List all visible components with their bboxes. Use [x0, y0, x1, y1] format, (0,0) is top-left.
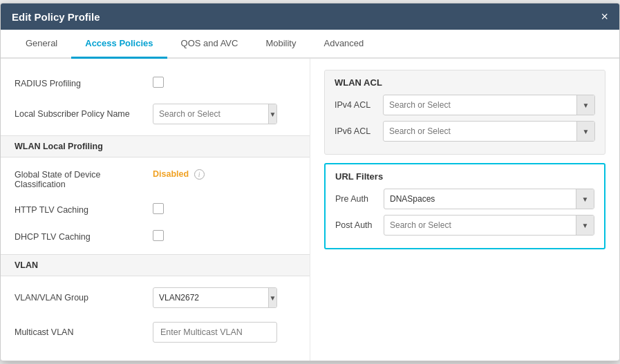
post-auth-label: Post Auth	[335, 220, 384, 230]
pre-auth-label: Pre Auth	[335, 194, 384, 204]
vlan-group-dropdown[interactable]: ▼	[153, 287, 277, 308]
pre-auth-arrow[interactable]: ▼	[576, 189, 594, 209]
wlan-acl-title: WLAN ACL	[335, 77, 595, 88]
local-subscriber-control: ▼	[153, 104, 296, 124]
pre-auth-dropdown[interactable]: ▼	[384, 189, 594, 209]
close-button[interactable]: ×	[601, 10, 608, 23]
modal-header: Edit Policy Profile ×	[1, 3, 619, 30]
pre-auth-row: Pre Auth ▼	[335, 189, 594, 209]
tab-general[interactable]: General	[12, 30, 71, 59]
post-auth-row: Post Auth ▼	[335, 215, 594, 236]
modal-title: Edit Policy Profile	[12, 11, 100, 23]
multicast-vlan-label: Multicast VLAN	[15, 327, 153, 337]
ipv6-acl-input[interactable]	[384, 126, 576, 136]
http-tlv-label: HTTP TLV Caching	[15, 205, 153, 215]
post-auth-dropdown[interactable]: ▼	[384, 215, 594, 236]
ipv6-acl-dropdown[interactable]: ▼	[383, 121, 595, 142]
dhcp-tlv-label: DHCP TLV Caching	[15, 232, 153, 242]
radius-profiling-label: RADIUS Profiling	[15, 79, 153, 88]
post-auth-arrow[interactable]: ▼	[576, 215, 594, 235]
ipv4-acl-dropdown[interactable]: ▼	[383, 95, 595, 115]
tab-qos-avc[interactable]: QOS and AVC	[167, 30, 252, 59]
vlan-group-label: VLAN/VLAN Group	[15, 293, 153, 303]
dhcp-tlv-row: DHCP TLV Caching	[15, 223, 296, 250]
local-subscriber-dropdown[interactable]: ▼	[153, 104, 277, 124]
radius-profiling-control	[153, 77, 296, 90]
vlan-header: VLAN	[1, 254, 310, 276]
ipv6-acl-row: IPv6 ACL ▼	[335, 121, 595, 142]
ipv4-acl-arrow[interactable]: ▼	[576, 95, 594, 115]
info-icon[interactable]: i	[194, 169, 205, 180]
local-subscriber-label: Local Subscriber Policy Name	[15, 109, 153, 119]
dhcp-tlv-checkbox[interactable]	[153, 230, 164, 241]
vlan-group-row: VLAN/VLAN Group ▼	[15, 280, 296, 315]
url-filters-title: URL Filters	[335, 171, 594, 182]
post-auth-input[interactable]	[384, 220, 576, 230]
ipv4-acl-label: IPv4 ACL	[335, 100, 383, 110]
multicast-vlan-control	[153, 322, 296, 343]
tab-bar: General Access Policies QOS and AVC Mobi…	[1, 30, 619, 59]
tab-access-policies[interactable]: Access Policies	[71, 30, 167, 59]
left-panel: RADIUS Profiling Local Subscriber Policy…	[1, 59, 310, 361]
tab-mobility[interactable]: Mobility	[252, 30, 310, 59]
multicast-vlan-row: Multicast VLAN	[15, 315, 296, 349]
global-state-label: Global State of Device Classification	[15, 169, 153, 189]
http-tlv-control	[153, 203, 296, 216]
wlan-acl-section: WLAN ACL IPv4 ACL ▼ IPv6 ACL ▼	[324, 70, 605, 155]
radius-profiling-checkbox[interactable]	[153, 77, 164, 88]
radius-profiling-row: RADIUS Profiling	[15, 70, 296, 97]
http-tlv-row: HTTP TLV Caching	[15, 196, 296, 223]
vlan-group-control: ▼	[153, 287, 296, 308]
wlan-local-profiling-header: WLAN Local Profiling	[1, 135, 310, 157]
local-subscriber-row: Local Subscriber Policy Name ▼	[15, 97, 296, 131]
global-state-value: Disabled	[153, 169, 189, 179]
modal-container: Edit Policy Profile × General Access Pol…	[0, 3, 620, 361]
ipv6-acl-label: IPv6 ACL	[335, 126, 383, 136]
multicast-vlan-input[interactable]	[153, 322, 277, 343]
url-filters-section: URL Filters Pre Auth ▼ Post Auth ▼	[324, 163, 605, 249]
pre-auth-input[interactable]	[384, 194, 576, 204]
tab-advanced[interactable]: Advanced	[310, 30, 377, 59]
ipv4-acl-row: IPv4 ACL ▼	[335, 95, 595, 115]
vlan-group-input[interactable]	[153, 293, 268, 303]
global-state-row: Global State of Device Classification Di…	[15, 162, 296, 196]
right-panel: WLAN ACL IPv4 ACL ▼ IPv6 ACL ▼	[310, 59, 619, 361]
http-tlv-checkbox[interactable]	[153, 203, 164, 214]
ipv6-acl-arrow[interactable]: ▼	[576, 122, 594, 141]
local-subscriber-arrow[interactable]: ▼	[268, 104, 276, 124]
tab-content: RADIUS Profiling Local Subscriber Policy…	[1, 59, 619, 361]
vlan-group-arrow[interactable]: ▼	[268, 288, 276, 307]
local-subscriber-input[interactable]	[153, 109, 268, 119]
global-state-value-container: Disabled i	[153, 169, 205, 180]
ipv4-acl-input[interactable]	[384, 100, 576, 110]
dhcp-tlv-control	[153, 230, 296, 243]
